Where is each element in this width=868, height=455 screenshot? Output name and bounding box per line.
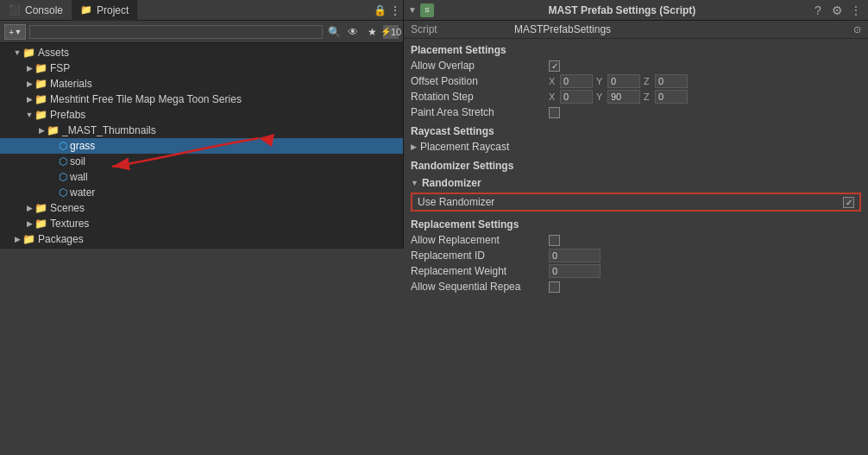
tree-item-prefabs[interactable]: ▼ 📁 Prefabs bbox=[0, 107, 403, 123]
allow-overlap-value bbox=[549, 60, 861, 72]
script-value: MASTPrefabSettings bbox=[514, 23, 853, 35]
offset-z-input[interactable] bbox=[655, 74, 688, 88]
rotation-x-group: X bbox=[549, 90, 593, 104]
offset-y-group: Y bbox=[596, 74, 640, 88]
inspector-header: ▼ S MAST Prefab Settings (Script) ? ⚙ ⋮ bbox=[404, 0, 868, 21]
rotation-step-value: X Y Z bbox=[549, 90, 861, 104]
folder-icon: 📁 bbox=[35, 62, 47, 74]
folder-icon: 📁 bbox=[35, 202, 47, 214]
replacement-weight-value bbox=[549, 264, 861, 278]
offset-position-label: Offset Position bbox=[411, 75, 549, 87]
replacement-weight-input[interactable] bbox=[549, 264, 601, 278]
right-panel: ▼ S MAST Prefab Settings (Script) ? ⚙ ⋮ … bbox=[404, 0, 868, 455]
replacement-id-input[interactable] bbox=[549, 249, 601, 262]
tab-project[interactable]: 📁 Project bbox=[72, 0, 137, 21]
tree-item-fsp[interactable]: ▶ 📁 FSP bbox=[0, 60, 403, 76]
offset-y-input[interactable] bbox=[607, 74, 640, 88]
allow-sequential-row: Allow Sequential Repea bbox=[404, 279, 868, 294]
tree-item-packages[interactable]: ▶ 📁 Packages bbox=[0, 231, 403, 247]
randomizer-subheader: ▼ Randomizer bbox=[404, 174, 868, 191]
rotation-z-input[interactable] bbox=[655, 90, 688, 104]
allow-replacement-label: Allow Replacement bbox=[411, 234, 549, 246]
replacement-weight-label: Replacement Weight bbox=[411, 265, 549, 277]
offset-x-input[interactable] bbox=[560, 74, 593, 88]
star-icon[interactable]: ★ bbox=[364, 24, 380, 40]
replacement-id-value bbox=[549, 249, 861, 262]
folder-icon: 📁 bbox=[35, 78, 47, 90]
tree-item-mast-thumbnails[interactable]: ▶ 📁 _MAST_Thumbnails bbox=[0, 123, 403, 138]
prefab-icon: ⬡ bbox=[59, 186, 67, 199]
use-randomizer-label: Use Randomizer bbox=[418, 196, 843, 208]
allow-replacement-checkbox[interactable] bbox=[549, 235, 560, 246]
tab-bar: ⬛ Console 📁 Project 🔒 ⋮ bbox=[0, 0, 403, 21]
randomizer-collapse-arrow[interactable]: ▼ bbox=[411, 179, 418, 187]
raycast-collapse-arrow[interactable]: ▶ bbox=[411, 142, 417, 151]
tab-project-label: Project bbox=[97, 4, 129, 16]
more-options-icon[interactable]: ⋮ bbox=[848, 3, 864, 18]
tab-console[interactable]: ⬛ Console bbox=[0, 0, 72, 21]
prefab-icon: ⬡ bbox=[59, 171, 67, 183]
more-icon[interactable]: ⋮ bbox=[387, 3, 403, 18]
project-icon: 📁 bbox=[80, 4, 92, 16]
prefab-icon: ⬡ bbox=[59, 155, 67, 167]
folder-icon: 📁 bbox=[22, 47, 35, 59]
rotation-z-group: Z bbox=[644, 90, 688, 104]
allow-overlap-row: Allow Overlap bbox=[404, 58, 868, 73]
paint-area-stretch-checkbox[interactable] bbox=[549, 107, 560, 118]
tree-item-assets[interactable]: ▼ 📁 Assets bbox=[0, 45, 403, 60]
rotation-step-label: Rotation Step bbox=[411, 91, 549, 103]
rotation-y-input[interactable] bbox=[607, 90, 640, 104]
search-icon[interactable]: 🔍 bbox=[326, 24, 342, 40]
tree-item-materials[interactable]: ▶ 📁 Materials bbox=[0, 76, 403, 92]
replacement-weight-row: Replacement Weight bbox=[404, 263, 868, 279]
rotation-x-input[interactable] bbox=[560, 90, 593, 104]
file-tree: ▼ 📁 Assets ▶ 📁 FSP ▶ 📁 Materials ▶ bbox=[0, 43, 403, 249]
header-actions: ? ⚙ ⋮ bbox=[810, 3, 864, 18]
placement-raycast-row: ▶ Placement Raycast bbox=[404, 139, 868, 155]
script-row: Script MASTPrefabSettings ⊙ bbox=[404, 21, 868, 39]
allow-overlap-label: Allow Overlap bbox=[411, 60, 549, 72]
tree-item-water[interactable]: ⬡ water bbox=[0, 185, 403, 200]
toolbar: + ▼ 🔍 👁 ★ ⚡10 bbox=[0, 21, 403, 43]
rotation-step-row: Rotation Step X Y Z bbox=[404, 89, 868, 104]
allow-sequential-checkbox[interactable] bbox=[549, 281, 560, 293]
raycast-settings-header: Raycast Settings bbox=[404, 120, 868, 139]
allow-sequential-value bbox=[549, 281, 861, 293]
randomizer-settings-header: Randomizer Settings bbox=[404, 155, 868, 174]
offset-position-value: X Y Z bbox=[549, 74, 861, 88]
replacement-id-label: Replacement ID bbox=[411, 250, 549, 262]
search-input[interactable] bbox=[29, 25, 323, 39]
paint-area-stretch-label: Paint Area Stretch bbox=[411, 106, 549, 118]
tree-item-meshtint[interactable]: ▶ 📁 Meshtint Free Tile Map Mega Toon Ser… bbox=[0, 92, 403, 107]
script-link-icon[interactable]: ⊙ bbox=[853, 24, 861, 35]
add-button[interactable]: + ▼ bbox=[4, 24, 26, 40]
eye-icon[interactable]: 👁 bbox=[345, 24, 361, 40]
tree-item-grass[interactable]: ⬡ grass bbox=[0, 138, 403, 154]
tree-item-wall[interactable]: ⬡ wall bbox=[0, 169, 403, 185]
tree-item-scenes[interactable]: ▶ 📁 Scenes bbox=[0, 200, 403, 216]
folder-icon: 📁 bbox=[35, 93, 47, 105]
replacement-id-row: Replacement ID bbox=[404, 248, 868, 263]
console-icon: ⬛ bbox=[9, 4, 21, 16]
offset-x-group: X bbox=[549, 74, 593, 88]
script-label: Script bbox=[411, 23, 514, 35]
settings-icon[interactable]: ⚙ bbox=[829, 3, 845, 18]
expand-icon[interactable]: ▼ bbox=[408, 5, 417, 15]
use-randomizer-row: Use Randomizer bbox=[411, 193, 861, 212]
folder-icon: 📁 bbox=[22, 233, 35, 245]
allow-replacement-row: Allow Replacement bbox=[404, 232, 868, 248]
inspector-content: Script MASTPrefabSettings ⊙ Placement Se… bbox=[404, 21, 868, 455]
count-badge: ⚡10 bbox=[383, 25, 399, 39]
folder-icon: 📁 bbox=[47, 124, 60, 136]
paint-area-stretch-row: Paint Area Stretch bbox=[404, 104, 868, 120]
offset-position-row: Offset Position X Y Z bbox=[404, 73, 868, 89]
folder-icon: 📁 bbox=[35, 218, 47, 230]
lock-icon[interactable]: 🔒 bbox=[372, 3, 387, 18]
allow-overlap-checkbox[interactable] bbox=[549, 60, 560, 72]
tree-item-textures[interactable]: ▶ 📁 Textures bbox=[0, 216, 403, 231]
use-randomizer-checkbox[interactable] bbox=[843, 197, 854, 208]
allow-sequential-label: Allow Sequential Repea bbox=[411, 281, 549, 293]
tree-item-soil[interactable]: ⬡ soil bbox=[0, 154, 403, 169]
help-icon[interactable]: ? bbox=[810, 3, 826, 18]
offset-z-group: Z bbox=[644, 74, 688, 88]
